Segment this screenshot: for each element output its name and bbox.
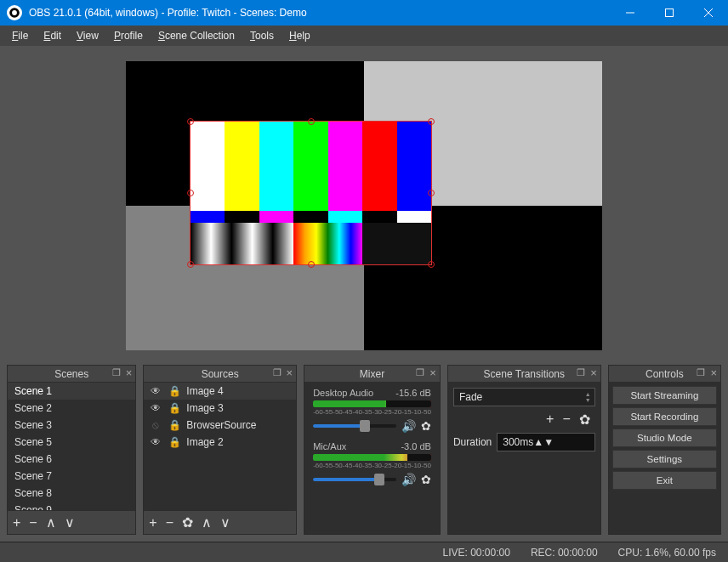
volume-slider[interactable] (313, 478, 396, 481)
menu-file[interactable]: File (5, 27, 35, 44)
window-maximize-button[interactable] (650, 0, 689, 26)
scene-list[interactable]: Scene 1Scene 2Scene 3Scene 5Scene 6Scene… (8, 383, 135, 510)
source-item[interactable]: 👁🔒Image 3 (144, 400, 296, 417)
resize-handle-s[interactable] (308, 261, 315, 268)
lock-toggle-icon[interactable]: 🔒 (168, 436, 181, 448)
resize-handle-n[interactable] (308, 118, 315, 125)
scene-item[interactable]: Scene 5 (8, 434, 135, 451)
controls-panel: Controls ❐× Start Streaming Start Record… (608, 365, 721, 535)
undock-icon[interactable]: ❐ (112, 367, 121, 380)
menu-help[interactable]: Help (282, 27, 317, 44)
resize-handle-ne[interactable] (428, 118, 435, 125)
undock-icon[interactable]: ❐ (697, 367, 705, 380)
status-bar: LIVE: 00:00:00 REC: 00:00:00 CPU: 1.6%, … (0, 542, 728, 562)
window-minimize-button[interactable] (611, 0, 650, 26)
menu-profile[interactable]: Profile (107, 27, 150, 44)
add-scene-button[interactable]: + (13, 516, 20, 530)
window-close-button[interactable] (689, 0, 728, 26)
scene-item[interactable]: Scene 7 (8, 468, 135, 485)
menu-view[interactable]: View (70, 27, 105, 44)
sources-panel: Sources ❐× 👁🔒Image 4👁🔒Image 3⦸🔒BrowserSo… (143, 365, 297, 535)
start-recording-button[interactable]: Start Recording (612, 407, 717, 426)
scenes-panel-title: Scenes (54, 368, 88, 380)
studio-mode-button[interactable]: Studio Mode (612, 429, 717, 447)
lock-toggle-icon[interactable]: 🔒 (168, 402, 181, 414)
visibility-toggle-icon[interactable]: 👁 (149, 402, 162, 414)
source-item[interactable]: ⦸🔒BrowserSource (144, 417, 296, 434)
source-label: BrowserSource (186, 419, 256, 431)
resize-handle-sw[interactable] (187, 261, 194, 268)
transition-select[interactable]: Fade ▲▼ (453, 388, 595, 406)
svg-point-1 (12, 10, 17, 15)
status-cpu: CPU: 1.6%, 60.00 fps (618, 547, 716, 559)
close-icon[interactable]: × (429, 366, 436, 379)
speaker-icon[interactable]: 🔊 (401, 419, 416, 433)
close-icon[interactable]: × (710, 366, 717, 379)
lock-toggle-icon[interactable]: 🔒 (168, 419, 181, 431)
menu-edit[interactable]: Edit (37, 27, 68, 44)
mixer-panel: Mixer ❐× Desktop Audio-15.6 dB -60-55-50… (304, 365, 441, 535)
scene-item[interactable]: Scene 2 (8, 400, 135, 417)
move-source-down-button[interactable]: ∨ (220, 516, 230, 530)
menu-tools[interactable]: Tools (243, 27, 281, 44)
mixer-channel: Desktop Audio-15.6 dB -60-55-50-45-40-35… (313, 388, 431, 433)
scene-item[interactable]: Scene 9 (8, 502, 135, 510)
settings-button[interactable]: Settings (612, 450, 717, 468)
resize-handle-w[interactable] (187, 190, 194, 196)
resize-handle-nw[interactable] (187, 118, 194, 125)
channel-name: Desktop Audio (313, 388, 373, 398)
channel-settings-icon[interactable]: ✿ (421, 473, 431, 486)
transition-settings-button[interactable]: ✿ (579, 412, 590, 428)
menu-scene-collection[interactable]: Scene Collection (151, 27, 242, 44)
close-icon[interactable]: × (126, 366, 133, 379)
speaker-icon[interactable]: 🔊 (401, 473, 416, 486)
visibility-toggle-icon[interactable]: 👁 (149, 436, 162, 448)
channel-db: -15.6 dB (395, 388, 431, 398)
add-transition-button[interactable]: + (546, 412, 554, 428)
transitions-panel: Scene Transitions ❐× Fade ▲▼ + − ✿ Durat… (447, 365, 601, 535)
channel-settings-icon[interactable]: ✿ (421, 419, 431, 433)
scene-item[interactable]: Scene 1 (8, 383, 135, 400)
visibility-toggle-icon[interactable]: ⦸ (149, 419, 162, 431)
preview-area[interactable] (7, 53, 721, 358)
controls-panel-title: Controls (646, 368, 684, 380)
vu-meter (313, 400, 431, 407)
menu-bar: File Edit View Profile Scene Collection … (0, 26, 728, 46)
remove-scene-button[interactable]: − (29, 516, 37, 530)
preview-canvas[interactable] (126, 61, 602, 350)
channel-db: -3.0 dB (401, 441, 430, 451)
add-source-button[interactable]: + (149, 516, 156, 530)
undock-icon[interactable]: ❐ (273, 367, 282, 380)
selected-source-bounds[interactable] (191, 122, 431, 264)
transitions-panel-title: Scene Transitions (484, 368, 565, 380)
scene-item[interactable]: Scene 3 (8, 417, 135, 434)
resize-handle-se[interactable] (428, 261, 435, 268)
visibility-toggle-icon[interactable]: 👁 (149, 385, 162, 397)
move-source-up-button[interactable]: ∧ (202, 516, 212, 530)
start-streaming-button[interactable]: Start Streaming (612, 386, 717, 405)
scene-item[interactable]: Scene 6 (8, 451, 135, 468)
source-item[interactable]: 👁🔒Image 2 (144, 434, 296, 451)
undock-icon[interactable]: ❐ (416, 367, 424, 380)
mixer-body: Desktop Audio-15.6 dB -60-55-50-45-40-35… (304, 383, 440, 534)
source-label: Image 3 (186, 402, 223, 414)
source-settings-button[interactable]: ✿ (182, 516, 193, 530)
scene-item[interactable]: Scene 8 (8, 485, 135, 502)
move-scene-up-button[interactable]: ∧ (46, 516, 56, 530)
scenes-panel: Scenes ❐× Scene 1Scene 2Scene 3Scene 5Sc… (7, 365, 136, 535)
resize-handle-e[interactable] (428, 190, 435, 196)
window-title: OBS 21.0.1 (64bit, windows) - Profile: T… (29, 7, 611, 19)
volume-slider[interactable] (313, 424, 396, 428)
close-icon[interactable]: × (590, 366, 597, 379)
close-icon[interactable]: × (287, 366, 293, 379)
duration-input[interactable]: 300ms ▲▼ (497, 433, 594, 451)
lock-toggle-icon[interactable]: 🔒 (168, 385, 181, 397)
vu-meter (313, 454, 431, 461)
move-scene-down-button[interactable]: ∨ (65, 516, 75, 530)
source-list[interactable]: 👁🔒Image 4👁🔒Image 3⦸🔒BrowserSource👁🔒Image… (144, 383, 296, 451)
remove-source-button[interactable]: − (166, 516, 173, 530)
undock-icon[interactable]: ❐ (577, 367, 585, 380)
exit-button[interactable]: Exit (612, 471, 717, 490)
source-item[interactable]: 👁🔒Image 4 (144, 383, 296, 400)
remove-transition-button[interactable]: − (562, 412, 570, 428)
